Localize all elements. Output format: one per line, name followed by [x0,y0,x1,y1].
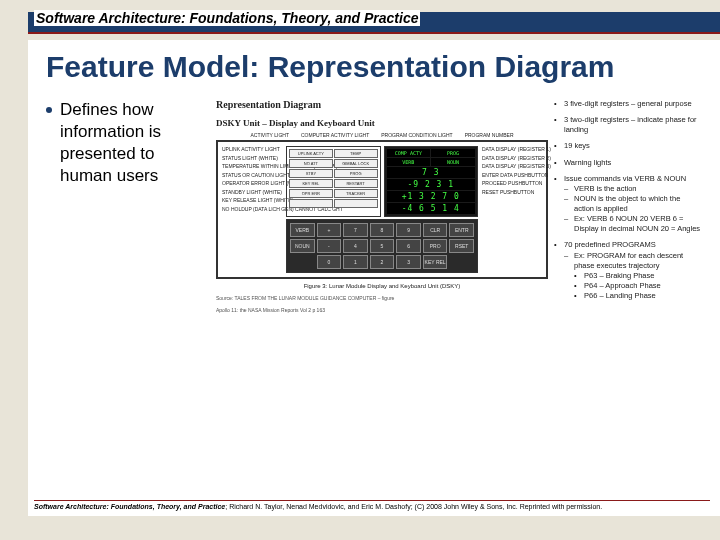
keypad-key: ENTR [449,223,474,237]
keypad-key: CLR [423,223,448,237]
status-light [334,199,378,208]
top-label: PROGRAM CONDITION LIGHT [381,132,452,138]
keypad-key: 2 [370,255,395,269]
callout-label: STATUS LIGHT (WHITE) [222,155,282,162]
dsky-unit-label: DSKY Unit – Display and Keyboard Unit [216,118,548,128]
note-item: 19 keys [554,141,702,151]
keypad-key: KEY REL [423,255,448,269]
keypad-key: RSET [449,239,474,253]
note-subsubitem: P63 – Braking Phase [574,271,702,281]
keypad-key: 7 [343,223,368,237]
status-panel: UPLINK ACTYTEMPNO ATTGIMBAL LOCKSTBYPROG… [286,146,381,217]
keypad-key: + [317,223,342,237]
dsky-center: UPLINK ACTYTEMPNO ATTGIMBAL LOCKSTBYPROG… [286,146,478,273]
status-light: UPLINK ACTY [289,149,333,158]
note-subsubitem: P64 – Approach Phase [574,281,702,291]
dsky-top-panels: UPLINK ACTYTEMPNO ATTGIMBAL LOCKSTBYPROG… [286,146,478,217]
bullet-text: Defines how information is presented to … [60,99,206,187]
callout-label: DATA DISPLAY (REGISTER 1) [482,146,542,153]
keypad-key: PRO [423,239,448,253]
note-item: Issue commands via VERB & NOUNVERB is th… [554,174,702,235]
display-label: NOUN [431,158,475,166]
note-item: 70 predefined PROGRAMSEx: PROGRAM for ea… [554,240,702,301]
callout-label: NO HOLDUP (DATA LICH GEN) CANNOT CALC GH… [222,206,282,213]
keypad: VERB+789CLRENTRNOUN-456PRORSET0123KEY RE… [286,219,478,273]
status-light: TEMP [334,149,378,158]
keypad-key: 9 [396,223,421,237]
callout-label: TEMPERATURE WITHIN LIMITS LIGHT (YELLOW) [222,163,282,170]
status-light: OPR ERR [289,189,333,198]
dsky-unit: UPLINK ACTIVITY LIGHTSTATUS LIGHT (WHITE… [216,140,548,279]
callout-label: OPERATOR ERROR LIGHT (WHITE) [222,180,282,187]
status-light: NO ATT [289,159,333,168]
callout-label: DATA DISPLAY (REGISTER 3) [482,163,542,170]
display-register: +1 3 2 7 0 [387,191,476,202]
bullet-column: Defines how information is presented to … [46,99,206,313]
header-course-title: Software Architecture: Foundations, Theo… [34,10,420,26]
display-label: VERB [387,158,431,166]
left-labels: UPLINK ACTIVITY LIGHTSTATUS LIGHT (WHITE… [222,146,282,273]
status-light: GIMBAL LOCK [334,159,378,168]
callout-label: PROCEED PUSHBUTTON [482,180,542,187]
display-register: -4 6 5 1 4 [387,203,476,214]
footer-rest: ; Richard N. Taylor, Nenad Medvidovic, a… [225,503,602,510]
callout-label: RESET PUSHBUTTON [482,189,542,196]
diagram-box: Representation Diagram DSKY Unit – Displ… [216,99,548,313]
notes-column: 3 five-digit registers – general purpose… [554,99,702,313]
display-register: -9 2 3 1 [387,179,476,190]
bullet-item: Defines how information is presented to … [46,99,206,187]
keypad-key: NOUN [290,239,315,253]
callout-label: STANDBY LIGHT (WHITE) [222,189,282,196]
right-labels: DATA DISPLAY (REGISTER 1)DATA DISPLAY (R… [482,146,542,273]
note-item: 3 two-digit registers – indicate phase f… [554,115,702,135]
note-subitem: Ex: PROGRAM for each descent phase execu… [564,251,702,302]
body-row: Defines how information is presented to … [46,99,702,313]
footer-title: Software Architecture: Foundations, Theo… [34,503,225,510]
status-light: STBY [289,169,333,178]
top-label: COMPUTER ACTIVITY LIGHT [301,132,369,138]
keypad-key: 5 [370,239,395,253]
keypad-key: 8 [370,223,395,237]
figure-column: Representation Diagram DSKY Unit – Displ… [216,99,702,313]
display-label: COMP ACTY [387,149,431,157]
keypad-key: 6 [396,239,421,253]
status-light: KEY REL [289,179,333,188]
callout-label: ENTER DATA PUSHBUTTON [482,172,542,179]
note-subitem: VERB is the action [564,184,702,194]
callout-label: STATUS OR CAUTION LIGHT (YELLOW) [222,172,282,179]
callout-label: DATA DISPLAY (REGISTER 2) [482,155,542,162]
keypad-key: 0 [317,255,342,269]
keypad-key: 3 [396,255,421,269]
keypad-key: VERB [290,223,315,237]
callout-label: UPLINK ACTIVITY LIGHT [222,146,282,153]
keypad-key: 4 [343,239,368,253]
figure-source-2: Apollo 11: the NASA Mission Reports Vol … [216,307,548,313]
footer-citation: Software Architecture: Foundations, Theo… [34,500,710,510]
figure-source: Source: TALES FROM THE LUNAR MODULE GUID… [216,295,548,301]
note-subitem: Ex: VERB 6 NOUN 20 VERB 6 = Display in d… [564,214,702,234]
diagram-heading: Representation Diagram [216,99,548,110]
status-light: TRACKER [334,189,378,198]
status-light: PROG [334,169,378,178]
top-label: ACTIVITY LIGHT [250,132,289,138]
top-label-row: ACTIVITY LIGHT COMPUTER ACTIVITY LIGHT P… [216,132,548,138]
figure-caption: Figure 3: Lunar Module Display and Keybo… [216,283,548,289]
status-light: RESTART [334,179,378,188]
display-register: 7 3 [387,167,476,178]
note-item: Warning lights [554,158,702,168]
keypad-key: - [317,239,342,253]
top-label: PROGRAM NUMBER [465,132,514,138]
display-label: PROG [431,149,475,157]
bullet-dot-icon [46,107,52,113]
slide-title: Feature Model: Representation Diagram [46,50,702,83]
keypad-key: 1 [343,255,368,269]
slide-content: Feature Model: Representation Diagram De… [28,40,720,516]
note-item: 3 five-digit registers – general purpose [554,99,702,109]
note-subitem: NOUN is the object to which the action i… [564,194,702,214]
note-subsubitem: P66 – Landing Phase [574,291,702,301]
callout-label: KEY RELEASE LIGHT (WHITE) [222,197,282,204]
status-light [289,199,333,208]
display-panel: COMP ACTYPROGVERBNOUN 7 3-9 2 3 1+1 3 2 … [384,146,479,217]
